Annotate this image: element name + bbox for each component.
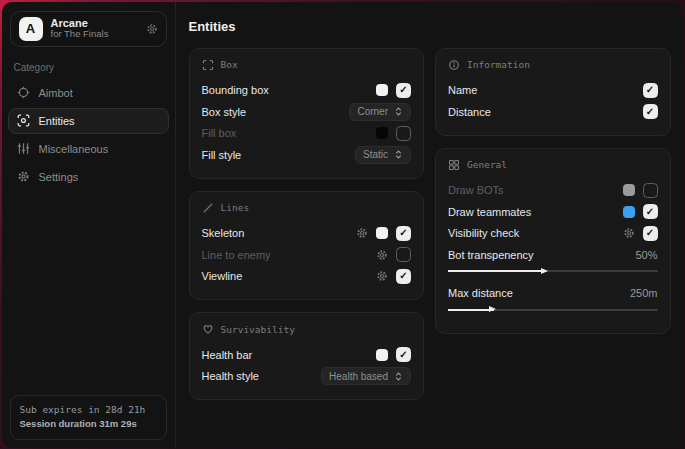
fill-box-label: Fill box [202,127,377,139]
fill-style-row: Fill style Static [202,144,412,166]
sidebar-item-aimbot[interactable]: Aimbot [8,80,169,106]
fill-box-color-swatch[interactable] [376,127,388,139]
health-bar-color-swatch[interactable] [376,349,388,361]
sidebar-item-entities[interactable]: Entities [8,108,169,134]
health-style-dropdown[interactable]: Health based [321,367,411,385]
bot-transparency-slider-fill [448,270,546,272]
max-distance-slider[interactable] [448,305,658,314]
health-style-label: Health style [202,370,322,382]
viewline-checkbox[interactable] [396,269,411,284]
slider-thumb-arrow[interactable] [541,268,548,274]
box-style-dropdown[interactable]: Corner [349,103,411,121]
draw-teammates-checkbox[interactable] [643,204,658,219]
line-to-enemy-row: Line to enemy [202,244,412,266]
box-icon [202,59,214,71]
slider-thumb-arrow[interactable] [489,306,496,312]
distance-row: Distance [448,101,658,123]
viewline-settings-gear-icon[interactable] [376,270,388,282]
right-column: Information Name Distance [435,48,671,335]
sidebar-nav: Aimbot Entities Miscellaneous [2,80,175,190]
scan-eye-icon [17,114,30,127]
line-to-enemy-checkbox[interactable] [396,247,411,262]
lines-card-title: Lines [221,202,250,213]
fill-style-value: Static [363,149,388,160]
bounding-box-checkbox[interactable] [396,83,411,98]
draw-bots-checkbox[interactable] [643,183,658,198]
logo-text: Arcane for The Finals [51,17,138,41]
sidebar-item-settings[interactable]: Settings [8,164,169,190]
bounding-box-label: Bounding box [202,84,377,96]
information-card: Information Name Distance [435,48,671,136]
bot-transparency-slider[interactable] [448,267,658,276]
lines-card: Lines Skeleton [189,191,425,301]
sidebar-item-miscellaneous[interactable]: Miscellaneous [8,136,169,162]
fill-box-checkbox[interactable] [396,126,411,141]
viewline-row: Viewline [202,266,412,288]
app-subtitle: for The Finals [51,29,138,40]
box-card-title: Box [221,59,238,70]
max-distance-row: Max distance 250m [448,283,658,305]
app-logo: A [19,17,43,41]
gear-icon [17,170,30,183]
heart-icon [202,323,214,335]
max-distance-label: Max distance [448,287,630,299]
name-row: Name [448,80,658,102]
sidebar-item-label: Settings [39,171,79,183]
draw-bots-color-swatch[interactable] [623,184,635,196]
bounding-box-row: Bounding box [202,80,412,102]
general-card-header: General [448,159,658,171]
draw-bots-row: Draw BOTs [448,180,658,202]
chevrons-up-down-icon [394,107,403,116]
lines-card-header: Lines [202,202,412,214]
crosshair-icon [17,86,30,99]
draw-teammates-color-swatch[interactable] [623,206,635,218]
box-card: Box Bounding box Box style Cor [189,48,425,179]
survivability-card-header: Survivability [202,323,412,335]
sliders-icon [17,142,30,155]
information-card-title: Information [467,59,530,70]
health-bar-row: Health bar [202,344,412,366]
app-window: A Arcane for The Finals Category [2,2,684,448]
name-checkbox[interactable] [643,83,658,98]
page-title: Entities [189,19,671,34]
line-to-enemy-settings-gear-icon[interactable] [376,249,388,261]
category-label: Category [14,62,163,73]
skeleton-settings-gear-icon[interactable] [356,227,368,239]
visibility-check-row: Visibility check [448,223,658,245]
distance-checkbox[interactable] [643,104,658,119]
information-card-header: Information [448,59,658,71]
skeleton-label: Skeleton [202,227,357,239]
sidebar-item-label: Aimbot [39,87,73,99]
skeleton-checkbox[interactable] [396,226,411,241]
health-style-value: Health based [329,371,388,382]
bot-transparency-label: Bot transpenency [448,249,635,261]
left-column: Box Bounding box Box style Cor [189,48,425,401]
visibility-check-settings-gear-icon[interactable] [623,227,635,239]
subscription-status-card: Sub expires in 28d 21h Session duration … [10,395,167,440]
sidebar-item-label: Miscellaneous [39,143,109,155]
bot-transparency-row: Bot transpenency 50% [448,244,658,266]
box-card-header: Box [202,59,412,71]
bot-transparency-value: 50% [635,249,657,261]
fill-style-dropdown[interactable]: Static [355,146,411,164]
viewline-label: Viewline [202,270,377,282]
health-style-row: Health style Health based [202,366,412,388]
session-duration-text: Session duration 31m 29s [20,417,157,431]
line-to-enemy-label: Line to enemy [202,249,377,261]
name-label: Name [448,84,643,96]
box-style-value: Corner [357,106,388,117]
skeleton-color-swatch[interactable] [376,227,388,239]
line-icon [202,202,214,214]
draw-bots-label: Draw BOTs [448,184,623,196]
visibility-check-checkbox[interactable] [643,226,658,241]
main-content: Entities Box Bounding box [176,2,684,448]
general-card-title: General [467,159,507,170]
logo-gear-icon[interactable] [146,23,158,35]
sub-expires-text: Sub expires in 28d 21h [20,403,157,417]
bounding-box-color-swatch[interactable] [376,84,388,96]
info-icon [448,59,460,71]
health-bar-checkbox[interactable] [396,347,411,362]
draw-teammates-row: Draw teammates [448,201,658,223]
chevrons-up-down-icon [394,372,403,381]
box-style-label: Box style [202,106,350,118]
